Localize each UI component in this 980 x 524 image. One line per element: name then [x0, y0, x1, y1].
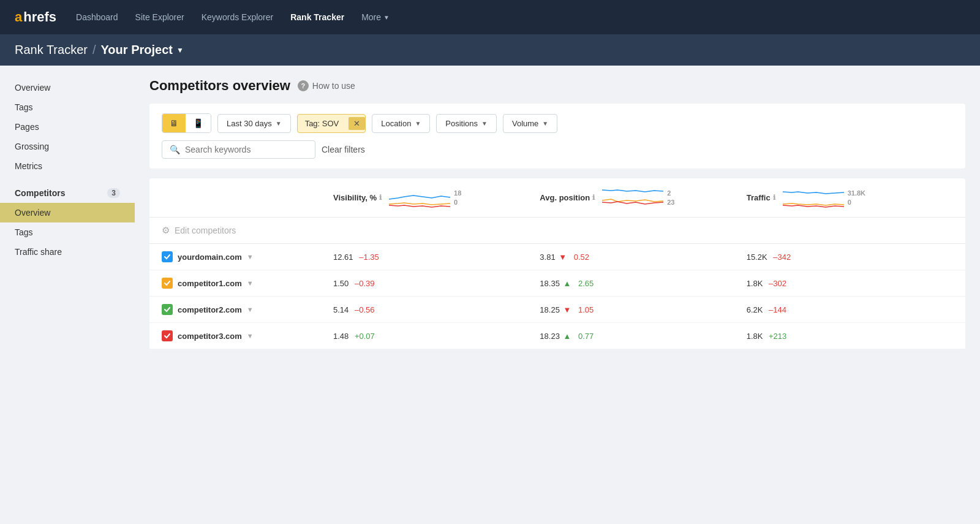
filter-row-search: 🔍 Clear filters: [162, 140, 953, 159]
sidebar-item-pages[interactable]: Pages: [0, 117, 135, 137]
visibility-cell-0: 12.61 –1.35: [333, 253, 540, 262]
edit-competitors-btn[interactable]: ⚙ Edit competitors: [162, 225, 333, 236]
clear-filters-btn[interactable]: Clear filters: [322, 145, 365, 154]
more-arrow-icon: ▼: [383, 14, 390, 21]
location-dropdown[interactable]: Location ▼: [372, 114, 430, 133]
visibility-cell-2: 5.14 –0.56: [333, 305, 540, 314]
traffic-cell-2: 6.2K –144: [747, 305, 953, 314]
checkbox-competitor2[interactable]: [162, 304, 173, 315]
tag-filter: Tag: SOV ✕: [297, 114, 366, 133]
edit-competitors-row: ⚙ Edit competitors: [149, 218, 965, 244]
domain-3-arrow-icon: ▼: [247, 332, 254, 340]
filter-row-top: 🖥 📱 Last 30 days ▼ Tag: SOV ✕ Location ▼: [162, 113, 953, 133]
sidebar-item-grossing[interactable]: Grossing: [0, 137, 135, 156]
main-content: Competitors overview ? How to use 🖥 📱 La…: [135, 66, 980, 522]
nav-dashboard[interactable]: Dashboard: [76, 12, 118, 22]
avg-position-cell-0: 3.81 ▼ 0.52: [540, 253, 746, 262]
avg-position-cell-2: 18.25 ▼ 1.05: [540, 305, 746, 314]
visibility-info-icon[interactable]: ℹ: [379, 194, 382, 202]
table-row: competitor1.com ▼ 1.50 –0.39 18.35 ▲ 2.6…: [149, 270, 965, 297]
checkbox-yourdomain[interactable]: [162, 251, 173, 262]
sidebar-item-traffic-share[interactable]: Traffic share: [0, 242, 135, 262]
sidebar-competitors-header: Competitors 3: [0, 183, 135, 203]
page-title: Competitors overview: [149, 78, 290, 94]
traffic-cell-3: 1.8K +213: [747, 332, 953, 341]
location-arrow-icon: ▼: [415, 120, 421, 127]
sidebar: Overview Tags Pages Grossing Metrics Com…: [0, 66, 135, 522]
positions-dropdown[interactable]: Positions ▼: [436, 114, 497, 133]
how-to-use[interactable]: ? How to use: [298, 80, 355, 91]
date-range-arrow-icon: ▼: [276, 120, 282, 127]
avg-position-chart: 2 23: [602, 187, 674, 208]
nav-more[interactable]: More ▼: [361, 12, 390, 22]
tag-close-btn[interactable]: ✕: [349, 117, 365, 130]
table-row: yourdomain.com ▼ 12.61 –1.35 3.81 ▼ 0.52…: [149, 244, 965, 270]
domain-1-arrow-icon: ▼: [247, 279, 254, 287]
search-icon: 🔍: [170, 145, 180, 154]
checkbox-competitor3[interactable]: [162, 330, 173, 341]
domain-cell-3: competitor3.com ▼: [162, 330, 333, 341]
arrow-up-icon-3: ▲: [564, 332, 571, 341]
col-header-traffic: Traffic ℹ 31.8K 0: [747, 187, 953, 208]
domain-2-arrow-icon: ▼: [247, 306, 254, 313]
col-header-avg-position: Avg. position ℹ 2 23: [540, 187, 746, 208]
visibility-cell-1: 1.50 –0.39: [333, 279, 540, 288]
table-row: competitor3.com ▼ 1.48 +0.07 18.23 ▲ 0.7…: [149, 323, 965, 349]
competitors-badge: 3: [107, 188, 120, 198]
sidebar-item-competitors-tags[interactable]: Tags: [0, 222, 135, 242]
positions-arrow-icon: ▼: [481, 120, 488, 127]
sidebar-item-tags[interactable]: Tags: [0, 97, 135, 117]
volume-dropdown[interactable]: Volume ▼: [503, 114, 557, 133]
device-mobile-btn[interactable]: 📱: [186, 114, 211, 132]
col-header-visibility: Visibility, % ℹ 18 0: [333, 187, 540, 208]
project-dropdown-icon: ▼: [176, 46, 184, 55]
device-desktop-btn[interactable]: 🖥: [162, 114, 186, 132]
page-header: Competitors overview ? How to use: [149, 78, 965, 94]
gear-icon: ⚙: [162, 225, 170, 236]
search-keywords-input[interactable]: [185, 145, 307, 154]
avg-position-info-icon[interactable]: ℹ: [592, 194, 595, 202]
search-keywords-wrap[interactable]: 🔍: [162, 140, 315, 159]
sidebar-item-metrics[interactable]: Metrics: [0, 156, 135, 176]
avg-position-chart-svg: [602, 187, 663, 208]
traffic-chart: 31.8K 0: [783, 187, 865, 208]
arrow-up-icon-1: ▲: [564, 279, 571, 288]
domain-cell-2: competitor2.com ▼: [162, 304, 333, 315]
domain-cell-0: yourdomain.com ▼: [162, 251, 333, 262]
nav-rank-tracker[interactable]: Rank Tracker: [290, 12, 344, 22]
top-nav: ahrefs Dashboard Site Explorer Keywords …: [0, 0, 980, 34]
traffic-info-icon[interactable]: ℹ: [773, 194, 775, 202]
visibility-cell-3: 1.48 +0.07: [333, 332, 540, 341]
traffic-chart-range: 31.8K 0: [848, 189, 865, 207]
visibility-chart-svg: [389, 187, 450, 208]
checkbox-competitor1[interactable]: [162, 278, 173, 289]
avg-position-cell-1: 18.35 ▲ 2.65: [540, 279, 746, 288]
volume-arrow-icon: ▼: [542, 120, 548, 127]
sidebar-item-overview[interactable]: Overview: [0, 78, 135, 97]
arrow-down-icon-2: ▼: [564, 305, 571, 314]
help-icon: ?: [298, 80, 309, 91]
traffic-chart-svg: [783, 187, 844, 208]
device-toggle: 🖥 📱: [162, 113, 211, 133]
nav-links: Dashboard Site Explorer Keywords Explore…: [76, 12, 965, 22]
breadcrumb-project[interactable]: Your Project ▼: [101, 43, 184, 57]
domain-cell-1: competitor1.com ▼: [162, 278, 333, 289]
date-range-dropdown[interactable]: Last 30 days ▼: [217, 114, 291, 133]
nav-keywords-explorer[interactable]: Keywords Explorer: [202, 12, 274, 22]
data-card: Visibility, % ℹ 18 0: [149, 178, 965, 349]
breadcrumb-separator: /: [92, 43, 96, 57]
visibility-chart-range: 18 0: [454, 189, 461, 207]
breadcrumb-bar: Rank Tracker / Your Project ▼: [0, 34, 980, 66]
filter-card: 🖥 📱 Last 30 days ▼ Tag: SOV ✕ Location ▼: [149, 104, 965, 169]
main-layout: Overview Tags Pages Grossing Metrics Com…: [0, 66, 980, 522]
sidebar-item-competitors-overview[interactable]: Overview: [0, 203, 135, 222]
visibility-chart: 18 0: [389, 187, 461, 208]
breadcrumb-rank-tracker: Rank Tracker: [15, 43, 88, 57]
logo[interactable]: ahrefs: [15, 9, 56, 25]
domain-0-arrow-icon: ▼: [247, 253, 254, 260]
avg-position-cell-3: 18.23 ▲ 0.77: [540, 332, 746, 341]
nav-site-explorer[interactable]: Site Explorer: [135, 12, 184, 22]
table-header: Visibility, % ℹ 18 0: [149, 178, 965, 218]
table-row: competitor2.com ▼ 5.14 –0.56 18.25 ▼ 1.0…: [149, 297, 965, 323]
avg-position-chart-range: 2 23: [667, 189, 674, 207]
